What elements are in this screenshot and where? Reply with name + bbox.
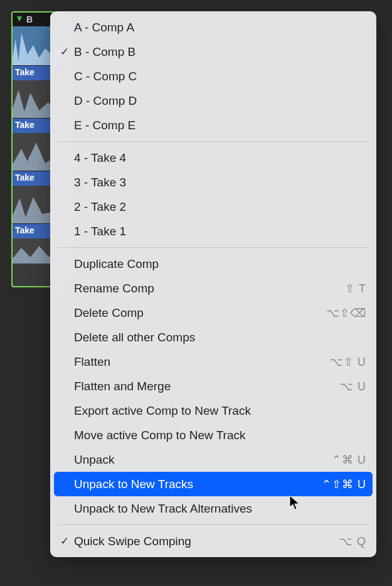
menu-item-label: Export active Comp to New Track xyxy=(74,404,366,418)
checkmark-icon: ✓ xyxy=(60,535,74,548)
menu-item-label: Unpack to New Track Alternatives xyxy=(74,502,366,516)
menu-item-label: A - Comp A xyxy=(74,21,366,35)
menu-item-label: Unpack to New Tracks xyxy=(74,477,322,491)
mouse-cursor-icon xyxy=(289,494,301,511)
menu-item-action[interactable]: Move active Comp to New Track xyxy=(50,423,376,447)
menu-item-action[interactable]: Unpack to New Track Alternatives xyxy=(50,496,376,521)
menu-item-take[interactable]: 2 - Take 2 xyxy=(50,194,376,219)
menu-item-quick-swipe[interactable]: ✓Quick Swipe Comping⌥ Q xyxy=(50,529,376,553)
menu-item-label: Duplicate Comp xyxy=(74,257,366,271)
take-folder-context-menu: A - Comp A✓B - Comp BC - Comp CD - Comp … xyxy=(50,11,376,557)
take-waveform[interactable] xyxy=(13,186,54,223)
menu-item-action[interactable]: Delete all other Comps xyxy=(50,325,376,349)
take-lane-label[interactable]: Take xyxy=(13,65,54,80)
menu-item-comp[interactable]: ✓B - Comp B xyxy=(50,40,376,64)
menu-separator xyxy=(58,525,369,525)
menu-item-take[interactable]: 3 - Take 3 xyxy=(50,170,376,194)
menu-shortcut: ⌃⇧⌘ U xyxy=(322,477,366,491)
menu-shortcut: ⇧ T xyxy=(345,282,366,296)
menu-item-label: 3 - Take 3 xyxy=(74,176,366,189)
menu-separator xyxy=(58,247,369,248)
menu-item-label: D - Comp D xyxy=(74,94,366,108)
menu-item-label: Flatten xyxy=(74,355,330,369)
menu-item-take[interactable]: 1 - Take 1 xyxy=(50,219,376,243)
menu-item-label: Flatten and Merge xyxy=(74,380,340,393)
region-label: B xyxy=(26,14,33,24)
menu-item-action[interactable]: Flatten⌥⇧ U xyxy=(50,349,376,374)
menu-item-comp[interactable]: A - Comp A xyxy=(50,15,376,40)
menu-item-comp[interactable]: E - Comp E xyxy=(50,113,376,137)
menu-item-action[interactable]: Unpack⌃⌘ U xyxy=(50,447,376,472)
menu-item-label: Move active Comp to New Track xyxy=(74,429,366,442)
menu-item-action[interactable]: Duplicate Comp xyxy=(50,252,376,276)
menu-item-comp[interactable]: D - Comp D xyxy=(50,88,376,113)
menu-item-label: Quick Swipe Comping xyxy=(74,535,339,548)
menu-item-label: Delete Comp xyxy=(74,306,326,320)
disclosure-triangle-icon[interactable] xyxy=(15,15,24,24)
menu-shortcut: ⌥ U xyxy=(340,380,366,393)
menu-item-action[interactable]: Delete Comp⌥⇧⌫ xyxy=(50,301,376,325)
take-folder-region[interactable]: B Take Take Take Take xyxy=(11,11,55,287)
region-header[interactable]: B xyxy=(13,13,54,26)
menu-item-label: B - Comp B xyxy=(74,45,366,59)
take-lane-label[interactable]: Take xyxy=(13,118,54,133)
menu-item-label: 2 - Take 2 xyxy=(74,200,366,214)
take-waveform[interactable] xyxy=(13,238,54,264)
menu-shortcut: ⌥⇧⌫ xyxy=(326,306,366,320)
menu-item-action[interactable]: Rename Comp⇧ T xyxy=(50,276,376,301)
menu-item-action[interactable]: Export active Comp to New Track xyxy=(50,398,376,423)
menu-item-action[interactable]: Unpack to New Tracks⌃⇧⌘ U xyxy=(54,472,373,496)
menu-shortcut: ⌥⇧ U xyxy=(330,355,366,369)
menu-item-label: E - Comp E xyxy=(74,119,366,132)
checkmark-icon: ✓ xyxy=(60,45,74,58)
take-waveform[interactable] xyxy=(13,133,54,171)
menu-shortcut: ⌃⌘ U xyxy=(332,453,366,467)
menu-item-take[interactable]: 4 - Take 4 xyxy=(50,146,376,170)
menu-item-label: Delete all other Comps xyxy=(74,331,366,344)
menu-item-action[interactable]: Flatten and Merge⌥ U xyxy=(50,374,376,398)
menu-shortcut: ⌥ Q xyxy=(339,535,366,548)
take-lane-label[interactable]: Take xyxy=(13,223,54,238)
take-waveform[interactable] xyxy=(13,80,54,118)
menu-item-label: Unpack xyxy=(74,453,332,467)
menu-item-label: Rename Comp xyxy=(74,282,345,296)
menu-item-label: 4 - Take 4 xyxy=(74,151,366,165)
comp-waveform[interactable] xyxy=(13,26,54,65)
menu-separator xyxy=(58,141,369,142)
menu-item-comp[interactable]: C - Comp C xyxy=(50,64,376,88)
take-lane-label[interactable]: Take xyxy=(13,171,54,186)
menu-item-label: 1 - Take 1 xyxy=(74,225,366,238)
menu-item-label: C - Comp C xyxy=(74,70,366,83)
